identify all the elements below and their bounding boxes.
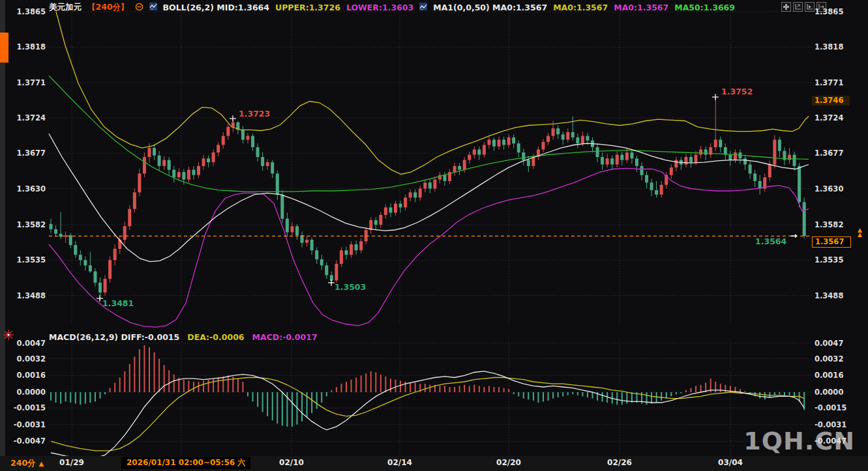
price-axis-label-right: 1.3865 (815, 7, 843, 16)
boll-values: BOLL(26,2) MID:1.3664 (163, 3, 269, 12)
ma-main-values: MA1(0,0,50) MA0:1.3567 (433, 3, 547, 12)
macd-axis-label-left: -0.0031 (4, 420, 46, 429)
price-axis-label-right: 1.3488 (815, 291, 843, 300)
macd-axis-label-right: -0.0015 (815, 403, 846, 412)
macd-axis-label-right: 0.0016 (815, 371, 843, 380)
macd-axis-label-left: 0.0016 (4, 371, 46, 380)
price-axis-label-right: 1.3818 (815, 42, 843, 51)
date-axis-label: 02/10 (272, 458, 311, 467)
price-axis-label-left: 1.3771 (4, 78, 46, 87)
macd-axis-label-right: 0.0047 (815, 339, 843, 348)
fit-axes-icon[interactable] (793, 2, 803, 12)
price-axis-label-left: 1.3865 (4, 7, 46, 16)
price-axis-label-right: 1.3677 (815, 149, 843, 158)
left-rail (0, 0, 5, 471)
date-axis-label: 02/20 (489, 458, 528, 467)
chart-annotation: 1.3564 (755, 237, 786, 246)
boll-lower-value: LOWER:1.3603 (346, 3, 413, 12)
price-axis-label-right: 1.3582 (815, 220, 843, 229)
price-axis-label-left: 1.3535 (4, 255, 46, 264)
macd-value: MACD:-0.0017 (252, 332, 318, 342)
ma50-value: MA50:1.3669 (674, 3, 735, 12)
macd-axis-label-right: -0.0031 (815, 420, 846, 429)
price-axis-label-right: 1.3771 (815, 78, 843, 87)
boll-indicator-icon[interactable] (149, 3, 157, 12)
move-layout-icon[interactable] (781, 2, 791, 12)
symbol-name: 美元加元 (49, 2, 82, 13)
chart-annotation: 1.3481 (102, 299, 134, 308)
macd-axis-label-left: -0.0047 (4, 436, 46, 446)
scroll-to-latest-icon[interactable]: ▲▲ (858, 228, 862, 237)
price-axis-label-left: 1.3677 (4, 149, 46, 158)
ma0-magenta-value: MA0:1.3567 (614, 3, 668, 12)
price-axis-label-right: 1.3630 (815, 184, 843, 193)
timeframe-status[interactable]: 240分 ▲ (10, 458, 44, 469)
macd-axis-label-left: -0.0015 (4, 403, 46, 412)
ma-indicator-icon[interactable] (419, 3, 427, 12)
macd-main-values: MACD(26,12,9) DIFF:-0.0015 (49, 332, 179, 342)
chart-annotation: → (790, 231, 797, 240)
date-axis-label: 01/29 (52, 458, 91, 467)
chart-canvas[interactable] (0, 0, 868, 471)
macd-axis-label-left: 0.0032 (4, 354, 46, 364)
price-axis-label-left: 1.3630 (4, 184, 46, 193)
trend-up-arrow-icon: ▲ (39, 460, 44, 467)
date-axis-label: 02/14 (380, 458, 419, 467)
price-axis-label-left: 1.3818 (4, 42, 46, 51)
boll-upper-value: UPPER:1.3726 (275, 3, 340, 12)
price-axis-label-left: 1.3724 (4, 113, 46, 122)
macd-indicator-header: MACD(26,12,9) DIFF:-0.0015 DEA:-0.0006 M… (49, 332, 318, 342)
price-indicator-header: 美元加元 【240分】 BOLL(26,2) MID:1.3664 UPPER:… (49, 2, 735, 13)
period-label[interactable]: 【240分】 (87, 2, 129, 13)
chart-annotation: 1.3723 (239, 109, 270, 119)
timeframe-label: 240分 (10, 458, 36, 469)
chart-annotation: 1.3752 (721, 87, 753, 96)
date-axis-label: 03/04 (711, 458, 750, 467)
price-axis-label-left: 1.3488 (4, 291, 46, 300)
settings-icon[interactable] (135, 3, 143, 13)
last-price-tag: 1.3567 (812, 236, 851, 248)
session-high-price-tag: 1.3746 (812, 96, 850, 106)
ma0-yellow-value: MA0:1.3567 (553, 3, 608, 12)
macd-dea-value: DEA:-0.0006 (187, 332, 244, 342)
price-axis-label-right: 1.3724 (815, 113, 843, 122)
playback-icon[interactable] (805, 2, 815, 12)
date-axis-label: 02/26 (600, 458, 639, 467)
price-axis-label-right: 1.3535 (815, 255, 843, 264)
macd-axis-label-right: 0.0000 (815, 388, 843, 397)
macd-axis-label-left: 0.0000 (4, 388, 46, 397)
chart-annotation: 1.3503 (335, 283, 366, 292)
macd-axis-label-right: 0.0032 (815, 354, 843, 364)
price-axis-label-left: 1.3582 (4, 220, 46, 229)
macd-axis-label-right: -0.0047 (815, 436, 846, 446)
futures-trading-chart-app: 美元加元 【240分】 BOLL(26,2) MID:1.3664 UPPER:… (0, 0, 868, 471)
macd-axis-label-left: 0.0047 (4, 339, 46, 348)
crosshair-date-tooltip: 2026/01/31 02:00~05:56 六 (121, 457, 250, 469)
